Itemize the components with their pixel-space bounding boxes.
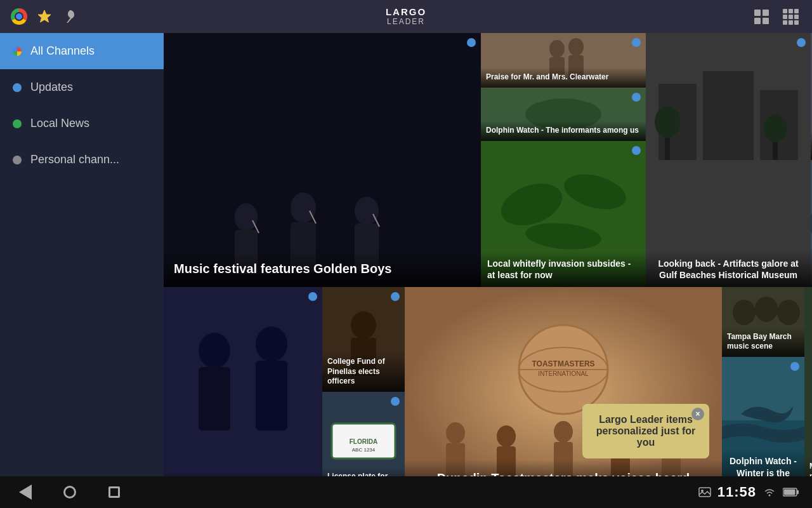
card-toastmasters[interactable]: TOASTMASTERS INTERNATIONAL <box>405 287 722 476</box>
sidebar-item-updates[interactable]: Updates <box>0 69 164 105</box>
toastmasters-overlay: Dunedin Toastmasters make voices heard <box>405 460 722 476</box>
daryl-dot <box>308 292 317 301</box>
battery-icon <box>783 488 799 497</box>
svg-text:TOASTMASTERS: TOASTMASTERS <box>532 359 594 368</box>
svg-point-50 <box>351 311 376 339</box>
man-arrested-title: Man arrested for molesting four boys <box>809 462 812 476</box>
whitefly-title: Local whitefly invasion subsides - at le… <box>487 258 631 280</box>
svg-rect-48 <box>199 367 230 431</box>
card-dolphin-small[interactable]: Dolphin Watch - The informants among us <box>481 88 646 141</box>
svg-point-44 <box>199 333 230 368</box>
svg-text:FLORIDA: FLORIDA <box>350 438 377 445</box>
svg-point-6 <box>291 192 316 223</box>
row2: Daryl Hall, John Oates at REH College Fu… <box>164 287 812 476</box>
chrome-icon[interactable] <box>10 8 28 25</box>
app-title: LARGO <box>386 7 426 18</box>
card-college-fund[interactable]: College Fund of Pinellas elects officers <box>322 287 405 392</box>
card-daryl-hall[interactable]: Daryl Hall, John Oates at REH <box>164 287 322 476</box>
looking-back-dot <box>797 38 806 47</box>
all-channels-dot <box>13 47 22 56</box>
svg-rect-43 <box>164 287 322 476</box>
svg-point-46 <box>256 326 287 362</box>
svg-marker-0 <box>38 10 51 22</box>
sidebar: All Channels Updates Local News Personal… <box>0 33 164 476</box>
looking-back-title: Looking back - Artifacts galore at Gulf … <box>658 258 798 280</box>
looking-back-overlay: Looking back - Artifacts galore at Gulf … <box>646 251 811 287</box>
sidebar-item-label: Local News <box>30 117 89 130</box>
concert-overlay: Music festival features Golden Boys <box>164 250 481 287</box>
praise-overlay: Praise for Mr. and Mrs. Clearwater <box>481 67 646 88</box>
svg-text:ABC 1234: ABC 1234 <box>352 447 376 453</box>
row1: Music festival features Golden Boys <box>164 33 812 287</box>
topbar-left <box>10 8 79 25</box>
whitefly-dot <box>632 146 641 155</box>
college-dot <box>391 292 400 301</box>
dolphin-small-title: Dolphin Watch - The informants among us <box>486 126 639 135</box>
man-arrested-overlay: Man arrested for molesting four boys <box>804 457 812 476</box>
wifi-icon <box>763 486 776 498</box>
dolphin-small-overlay: Dolphin Watch - The informants among us <box>481 121 646 141</box>
sidebar-item-label: All Channels <box>30 44 95 58</box>
app-title-area: LARGO LEADER <box>386 7 426 27</box>
svg-point-8 <box>355 197 379 225</box>
dolphin-teen-overlay: Dolphin Watch - Winter is the time for t… <box>722 449 804 476</box>
praise-dot <box>632 38 641 47</box>
concert-title: Music festival features Golden Boys <box>174 262 391 276</box>
license-dot <box>391 397 400 406</box>
tooltip-close-button[interactable]: × <box>691 408 704 420</box>
card-tampa-bay[interactable]: Tampa Bay March music scene <box>722 287 804 357</box>
local-news-dot <box>13 119 22 128</box>
col-tampa-dolphin: Tampa Bay March music scene <box>722 287 804 476</box>
svg-point-15 <box>568 38 584 56</box>
top-bar: LARGO LEADER <box>0 0 812 33</box>
card-main-concert[interactable]: Music festival features Golden Boys <box>164 33 481 287</box>
whitefly-overlay: Local whitefly invasion subsides - at le… <box>481 251 646 287</box>
main-area: All Channels Updates Local News Personal… <box>0 33 812 476</box>
card-license-plate[interactable]: FLORIDA ABC 1234 License plate for falle… <box>322 392 405 476</box>
card-looking-back[interactable]: Looking back - Artifacts galore at Gulf … <box>646 33 811 287</box>
recent-button[interactable] <box>102 479 127 505</box>
card-dolphin-teen[interactable]: Dolphin Watch - Winter is the time for t… <box>722 357 804 476</box>
close-x: × <box>695 410 700 418</box>
sidebar-item-all-channels[interactable]: All Channels <box>0 33 164 69</box>
col-college-license: College Fund of Pinellas elects officers… <box>322 287 405 476</box>
home-button[interactable] <box>57 479 82 505</box>
svg-point-31 <box>764 114 787 142</box>
svg-point-63 <box>446 422 465 444</box>
star-icon[interactable] <box>36 8 53 25</box>
toastmasters-title: Dunedin Toastmasters make voices heard <box>437 471 690 476</box>
svg-rect-91 <box>797 490 799 494</box>
tampa-overlay: Tampa Bay March music scene <box>722 327 804 357</box>
dolphin-teen-title: Dolphin Watch - Winter is the time for t… <box>730 456 797 476</box>
bottom-bar: 11:58 <box>0 476 812 508</box>
sidebar-item-local-news[interactable]: Local News <box>0 105 164 142</box>
svg-rect-88 <box>699 488 710 497</box>
svg-point-75 <box>755 297 778 322</box>
card-praise[interactable]: Praise for Mr. and Mrs. Clearwater <box>481 33 646 88</box>
cards-area: Music festival features Golden Boys <box>164 33 812 476</box>
svg-point-65 <box>497 425 516 447</box>
svg-rect-79 <box>804 287 812 476</box>
svg-point-14 <box>549 40 565 58</box>
tools-icon[interactable] <box>61 8 79 25</box>
dolphin-teen-dot <box>790 362 799 371</box>
svg-rect-92 <box>784 490 796 495</box>
image-icon <box>698 486 711 498</box>
personal-dot <box>13 156 22 164</box>
grid-2-icon[interactable] <box>750 5 773 28</box>
license-overlay: License plate for fallen law officers <box>322 467 405 476</box>
grid-3-icon[interactable] <box>779 5 802 28</box>
svg-point-76 <box>777 300 800 325</box>
card-whitefly[interactable]: Local whitefly invasion subsides - at le… <box>481 141 646 287</box>
card-man-arrested[interactable]: Man arrested for molesting four boys <box>804 287 812 476</box>
svg-point-29 <box>655 106 680 138</box>
svg-point-74 <box>733 300 756 325</box>
sidebar-item-personal[interactable]: Personal chann... <box>0 142 164 178</box>
svg-rect-26 <box>703 71 754 160</box>
app-subtitle: LEADER <box>386 17 426 26</box>
dolphin-small-dot <box>632 93 641 102</box>
tooltip-text: Largo Leader items personalized just for… <box>596 414 695 448</box>
concert-dot <box>467 38 476 47</box>
svg-text:INTERNATIONAL: INTERNATIONAL <box>538 370 589 377</box>
back-button[interactable] <box>13 479 38 505</box>
